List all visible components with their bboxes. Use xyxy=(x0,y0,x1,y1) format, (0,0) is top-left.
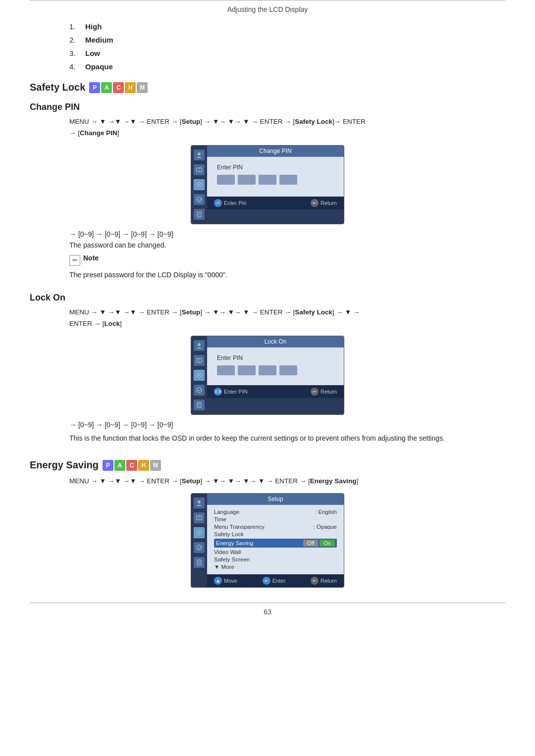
header-title: Adjusting the LCD Display xyxy=(227,5,308,13)
note-label: Note xyxy=(83,254,99,262)
energy-saving-instruction: MENU → ▼ →▼ →▼ → ENTER → [Setup] → ▼→ ▼→… xyxy=(69,476,505,487)
note-icon: ✏ xyxy=(69,255,80,266)
svg-point-24 xyxy=(198,532,200,534)
es-row-language: Language : English xyxy=(214,509,337,515)
pin-box-3 xyxy=(259,175,276,185)
es-sidebar-icon-2 xyxy=(194,512,205,523)
lock-sidebar-icon-4 xyxy=(194,385,205,396)
lock-sidebar-icon-1 xyxy=(194,340,205,351)
pin-box-4 xyxy=(279,175,297,185)
lock-pin-box-1 xyxy=(217,365,235,375)
lock-on-screen: Lock On Enter PIN 0.9 Enter PIN xyxy=(191,336,344,415)
lock-sidebar-icon-5 xyxy=(194,400,205,410)
return-icon: ↩ xyxy=(311,199,319,207)
lock-on-description: This is the function that locks the OSD … xyxy=(69,433,466,444)
svg-point-14 xyxy=(198,374,200,376)
footer-return-item: ↩ Return xyxy=(311,199,337,207)
energy-saving-label: Energy Saving xyxy=(30,459,99,471)
svg-point-25 xyxy=(197,545,202,550)
page-header: Adjusting the LCD Display xyxy=(30,0,505,13)
es-footer-enter: ↵ Enter xyxy=(263,577,285,585)
es-row-safety-lock: Safety Lock xyxy=(214,531,337,537)
es-footer-return: ↩ Return xyxy=(311,577,337,585)
es-body: Language : English Time Menu Transparenc… xyxy=(207,505,344,574)
bottom-rule xyxy=(30,603,505,603)
badge-c: C xyxy=(113,82,124,93)
sidebar-icon-2 xyxy=(194,164,205,175)
badge-h: H xyxy=(125,82,136,93)
lock-sidebar-icon-3 xyxy=(194,370,205,381)
es-row-more: ▼ More xyxy=(214,564,337,570)
page-container: Adjusting the LCD Display 1. High 2. Med… xyxy=(0,0,535,756)
energy-saving-badges: P A C H M xyxy=(103,460,161,471)
change-pin-sequence: → [0~9] → [0~9] → [0~9] → [0~9] xyxy=(69,230,466,238)
lock-screen-body: Enter PIN xyxy=(207,348,344,385)
lock-pin-box-2 xyxy=(238,365,256,375)
options-list: 1. High 2. Medium 3. Low 4. Opaque xyxy=(69,22,505,71)
lock-titlebar: Lock On xyxy=(207,336,344,348)
screen-enter-pin-label: Enter PIN xyxy=(217,164,334,171)
badge-a: A xyxy=(101,82,112,93)
es-sidebar-icon-5 xyxy=(194,557,205,568)
energy-saving-heading: Energy Saving P A C H M xyxy=(30,459,505,471)
es-badge-a: A xyxy=(114,460,125,471)
es-screen-footer: ▲ Move ↵ Enter ↩ Return xyxy=(207,574,344,587)
lock-on-heading: Lock On xyxy=(30,293,505,303)
svg-point-5 xyxy=(197,197,202,202)
list-item: 2. Medium xyxy=(69,36,505,44)
lock-enter-icon: 0.9 xyxy=(214,388,222,396)
es-screen-main: Setup Language : English Time Menu Trans… xyxy=(207,494,344,587)
footer-enter-item: ⏎ Enter Pin xyxy=(214,199,246,207)
change-pin-heading: Change PIN xyxy=(30,102,505,112)
es-badge-p: P xyxy=(103,460,113,471)
pin-box-1 xyxy=(217,175,235,185)
sidebar-icon-4 xyxy=(194,194,205,205)
note-text: The preset password for the LCD Display … xyxy=(69,271,466,279)
enter-icon: ⏎ xyxy=(214,199,222,207)
energy-saving-screen: Setup Language : English Time Menu Trans… xyxy=(191,493,344,588)
svg-point-10 xyxy=(198,343,201,346)
screen-titlebar: Change PIN xyxy=(207,146,344,157)
change-pin-instruction: MENU → ▼ →▼ →▼ → ENTER → [Setup] → ▼→ ▼→… xyxy=(69,116,505,139)
es-enter-icon: ↵ xyxy=(263,577,270,585)
es-sidebar xyxy=(191,494,207,587)
lock-screen-main: Lock On Enter PIN 0.9 Enter PIN xyxy=(207,336,344,414)
change-pin-screen: Change PIN Enter PIN ⏎ Enter Pin xyxy=(191,145,344,224)
es-off-badge: Off xyxy=(303,540,318,547)
es-badge-m: M xyxy=(150,460,161,471)
es-titlebar: Setup xyxy=(207,494,344,505)
es-row-menu-transparency: Menu Transparency : Opaque xyxy=(214,524,337,530)
safety-lock-heading: Safety Lock P A C H M xyxy=(30,82,505,93)
es-badge-h: H xyxy=(138,460,149,471)
lock-return-icon: ↩ xyxy=(311,388,319,396)
es-return-icon: ↩ xyxy=(311,577,319,585)
svg-point-15 xyxy=(197,388,202,393)
badge-p: P xyxy=(89,82,100,93)
es-on-badge: On xyxy=(320,540,335,547)
es-sidebar-icon-4 xyxy=(194,542,205,553)
list-item: 4. Opaque xyxy=(69,62,505,71)
lock-pin-box-4 xyxy=(279,365,297,375)
lock-footer-enter: 0.9 Enter PIN xyxy=(214,388,248,396)
safety-lock-label: Safety Lock xyxy=(30,82,85,93)
screen-body: Enter PIN xyxy=(207,157,344,197)
safety-lock-badges: P A C H M xyxy=(89,82,148,93)
es-footer-move: ▲ Move xyxy=(214,577,237,585)
screen-sidebar xyxy=(191,146,207,224)
lock-footer-return: ↩ Return xyxy=(311,388,337,396)
svg-point-20 xyxy=(198,501,201,504)
es-move-icon: ▲ xyxy=(214,577,222,585)
lock-enter-pin-label: Enter PIN xyxy=(217,354,334,361)
lock-screen-footer: 0.9 Enter PIN ↩ Return xyxy=(207,385,344,398)
es-sidebar-icon-1 xyxy=(194,498,205,508)
screen-main: Change PIN Enter PIN ⏎ Enter Pin xyxy=(207,146,344,224)
sidebar-icon-5 xyxy=(194,209,205,220)
badge-m: M xyxy=(137,82,148,93)
note-block: ✏ Note xyxy=(69,254,466,266)
lock-sidebar-icon-2 xyxy=(194,355,205,366)
list-item: 3. Low xyxy=(69,49,505,57)
lock-on-sequence: → [0~9] → [0~9] → [0~9] → [0~9] xyxy=(69,421,466,429)
svg-point-4 xyxy=(198,184,200,186)
es-sidebar-icon-3 xyxy=(194,527,205,538)
sidebar-icon-1 xyxy=(194,150,205,160)
